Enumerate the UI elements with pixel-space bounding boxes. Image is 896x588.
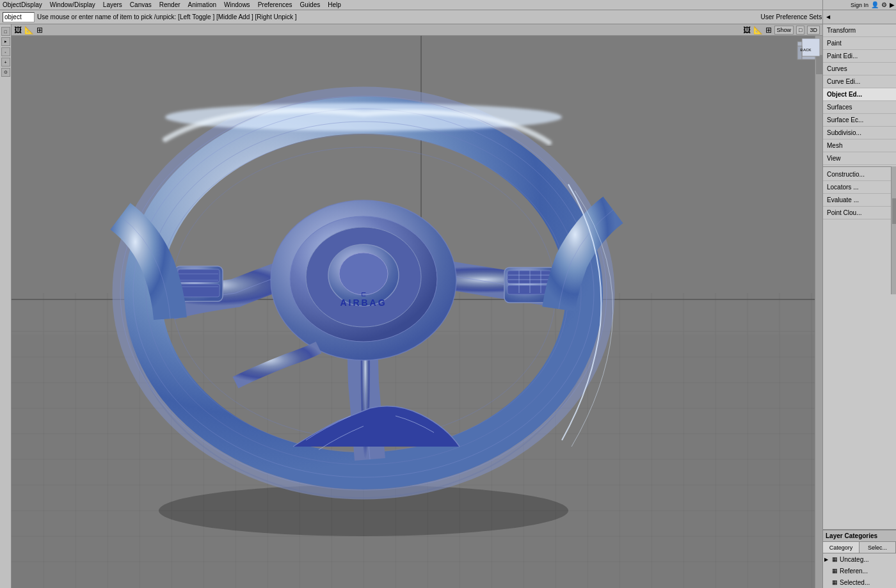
menu-preferences[interactable]: Preferences xyxy=(258,1,292,8)
svg-point-55 xyxy=(339,253,388,295)
left-tool-1[interactable]: □ xyxy=(1,27,10,36)
layer-label-selected: Selected... xyxy=(840,579,870,586)
sidebar-item-object-edit[interactable]: Object Ed... xyxy=(823,88,896,101)
sidebar-item-curves[interactable]: Curves xyxy=(823,63,896,75)
sidebar-item-surface-edit[interactable]: Surface Ec... xyxy=(823,114,896,127)
sidebar-top-bar: Sign In 👤 ⚙ ▶ xyxy=(823,0,896,10)
viewport-scrollbar-right[interactable] xyxy=(815,36,822,588)
layer-tab-select[interactable]: Selec... xyxy=(860,542,896,553)
left-tool-2[interactable]: ▸ xyxy=(1,37,10,46)
menu-layers[interactable]: Layers xyxy=(103,1,122,8)
layer-item-reference[interactable]: ▦ Referen... xyxy=(823,565,896,576)
layer-categories-panel: Layer Categories Category Selec... ▶ ▦ U… xyxy=(823,529,896,588)
layer-icon-3: ▦ xyxy=(831,579,838,585)
layer-item-selected[interactable]: ▦ Selected... xyxy=(823,576,896,588)
sidebar-expand-button[interactable]: ◀ xyxy=(824,10,832,24)
right-sidebar: Sign In 👤 ⚙ ▶ ◀ Transform Paint Paint Ed… xyxy=(822,0,896,588)
layer-expand-icon: ▶ xyxy=(824,557,829,562)
sidebar-item-paint[interactable]: Paint xyxy=(823,37,896,50)
svg-text:⊏: ⊏ xyxy=(361,290,366,298)
sidebar-item-surfaces[interactable]: Surfaces xyxy=(823,101,896,114)
sidebar-item-mesh[interactable]: Mesh xyxy=(823,139,896,152)
layer-categories-tabs: Category Selec... xyxy=(823,542,896,553)
user-prefs-btn[interactable]: User Preference Sets xyxy=(758,13,825,21)
sidebar-scrollbar[interactable] xyxy=(891,166,896,294)
sidebar-icon1[interactable]: 👤 xyxy=(871,1,879,8)
toolbar-hint: Use mouse or enter name of item to pick … xyxy=(37,13,297,20)
svg-rect-66 xyxy=(508,285,551,294)
sidebar-item-point-cloud[interactable]: Point Clou... xyxy=(823,207,896,219)
layer-label-uncategorized: Uncateg... xyxy=(840,556,869,563)
menu-help[interactable]: Help xyxy=(328,1,341,8)
layer-categories-title: Layer Categories xyxy=(823,530,896,542)
sidebar-item-evaluate[interactable]: Evaluate ... xyxy=(823,194,896,207)
sidebar-item-view[interactable]: View xyxy=(823,152,896,165)
sidebar-toolbar-row: ◀ xyxy=(823,10,896,24)
layer-icon-1: ▦ xyxy=(831,556,838,562)
menu-objectdisplay[interactable]: ObjectDisplay xyxy=(3,1,42,8)
menu-render[interactable]: Render xyxy=(159,1,180,8)
menu-animation[interactable]: Animation xyxy=(188,1,216,8)
vp-icon1[interactable]: 🖼 xyxy=(14,26,22,35)
menu-bar: ObjectDisplay Window/Display Layers Canv… xyxy=(0,0,896,10)
object-name-input[interactable] xyxy=(3,12,35,22)
layer-icon-2: ▦ xyxy=(831,568,838,574)
viewport: AIRBAG ⊏ xyxy=(12,24,822,588)
layer-label-reference: Referen... xyxy=(840,568,868,575)
sidebar-icon2[interactable]: ⚙ xyxy=(881,1,887,8)
svg-text:BACK: BACK xyxy=(800,48,812,52)
sidebar-item-locators[interactable]: Locators ... xyxy=(823,181,896,194)
svg-text:AIRBAG: AIRBAG xyxy=(340,298,387,308)
menu-windows[interactable]: Windows xyxy=(224,1,250,8)
left-tool-4[interactable]: + xyxy=(1,58,10,67)
viewport-header: 🖼 📐 ⊞ 🖼 📐 ⊞ Show □ 3D xyxy=(12,24,822,36)
menu-canvas[interactable]: Canvas xyxy=(130,1,152,8)
sign-in-button[interactable]: Sign In xyxy=(851,2,868,8)
sidebar-menu: Transform Paint Paint Edi... Curves Curv… xyxy=(823,24,896,529)
menu-windowdisplay[interactable]: Window/Display xyxy=(50,1,95,8)
vp-icon4[interactable]: 🖼 xyxy=(743,26,751,35)
left-toolbar: □ ▸ ◦ + ⊙ xyxy=(0,24,12,588)
layer-item-uncategorized[interactable]: ▶ ▦ Uncateg... xyxy=(823,553,896,565)
vp-icon3[interactable]: ⊞ xyxy=(36,26,43,35)
grid-background: AIRBAG ⊏ xyxy=(12,24,822,588)
svg-rect-60 xyxy=(178,284,220,297)
view-3d-button[interactable]: 3D xyxy=(807,26,820,35)
sidebar-item-subdivision[interactable]: Subdivisio... xyxy=(823,127,896,139)
vp-icon2[interactable]: 📐 xyxy=(24,26,34,35)
left-tool-3[interactable]: ◦ xyxy=(1,47,10,56)
svg-rect-74 xyxy=(802,38,820,56)
vp-icon5[interactable]: 📐 xyxy=(753,26,763,35)
toolbar: Use mouse or enter name of item to pick … xyxy=(0,10,896,24)
vp-icon6[interactable]: ⊞ xyxy=(765,26,772,35)
show-button[interactable]: Show xyxy=(774,26,794,35)
sidebar-item-paint-edit[interactable]: Paint Edi... xyxy=(823,50,896,63)
sidebar-icon3[interactable]: ▶ xyxy=(890,1,895,8)
menu-guides[interactable]: Guides xyxy=(300,1,321,8)
sidebar-item-construction[interactable]: Constructio... xyxy=(823,168,896,181)
view-2d-button[interactable]: □ xyxy=(796,26,804,35)
sidebar-item-transform[interactable]: Transform xyxy=(823,24,896,37)
sidebar-item-curve-edit[interactable]: Curve Edi... xyxy=(823,75,896,88)
view-cube[interactable]: BACK xyxy=(794,38,820,64)
svg-rect-65 xyxy=(508,271,551,283)
left-tool-5[interactable]: ⊙ xyxy=(1,68,10,77)
layer-tab-category[interactable]: Category xyxy=(823,542,860,553)
